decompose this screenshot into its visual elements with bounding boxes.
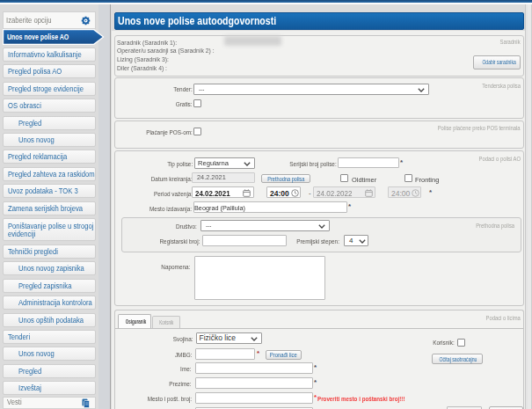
- svg-text:Unos nove polise AO: Unos nove polise AO: [7, 33, 69, 42]
